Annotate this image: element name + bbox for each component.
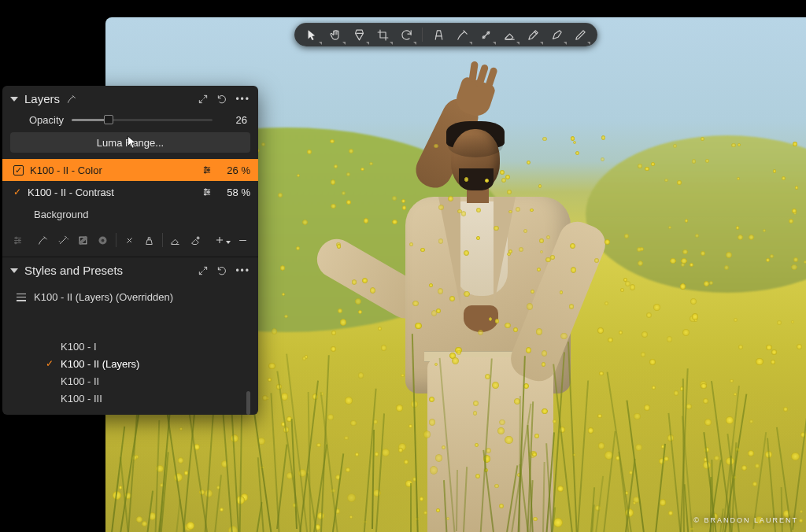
tool-brush[interactable]: [453, 25, 471, 44]
opacity-label: Opacity: [29, 114, 64, 126]
preset-item[interactable]: K100 - III: [45, 390, 258, 407]
tool-crop[interactable]: [373, 25, 392, 44]
magic-erase-icon[interactable]: [188, 232, 202, 248]
layer-opacity: 26 %: [219, 164, 250, 176]
reset-icon[interactable]: [216, 94, 227, 105]
clone-icon[interactable]: [142, 232, 156, 248]
preset-name: K100 - II (Layers): [61, 358, 139, 370]
more-icon[interactable]: •••: [235, 268, 250, 274]
disclosure-icon[interactable]: [10, 268, 18, 273]
styles-header: Styles and Presets •••: [2, 257, 258, 283]
expand-icon[interactable]: [198, 94, 209, 105]
photo-credit: © BRANDON LAURENT: [693, 516, 798, 524]
opacity-slider[interactable]: [72, 113, 213, 126]
styles-title: Styles and Presets: [24, 264, 123, 277]
scrollbar[interactable]: [246, 391, 250, 415]
applied-style-row[interactable]: K100 - II (Layers) (Overridden): [2, 283, 258, 308]
more-icon[interactable]: •••: [235, 96, 250, 102]
layer-checkbox[interactable]: [13, 165, 24, 175]
opacity-value: 26: [220, 114, 249, 126]
remove-layer-button[interactable]: [236, 232, 250, 248]
brush-edit-icon[interactable]: [66, 94, 77, 105]
preset-item[interactable]: ✓K100 - II (Layers): [45, 355, 258, 372]
gradient-radial-icon[interactable]: [96, 232, 110, 248]
check-icon: ✓: [45, 358, 54, 369]
check-icon[interactable]: ✓: [13, 187, 21, 198]
layer-name: K100 - II - Color: [30, 164, 195, 176]
svg-point-13: [102, 238, 105, 242]
layer-row[interactable]: ✓K100 - II - Contrast58 %: [2, 181, 258, 203]
brush-icon[interactable]: [35, 232, 50, 248]
add-layer-button[interactable]: [214, 235, 231, 246]
layer-row[interactable]: Background: [2, 203, 258, 225]
applied-style-label: K100 - II (Layers) (Overridden): [34, 291, 173, 303]
layer-list: K100 - II - Color26 %✓K100 - II - Contra…: [2, 159, 258, 225]
layer-name: K100 - II - Contrast: [28, 187, 195, 198]
opacity-control: Opacity 26: [2, 112, 258, 132]
tool-marker[interactable]: [547, 25, 566, 44]
layer-toolstrip: [2, 225, 258, 257]
tool-hand[interactable]: [326, 25, 345, 44]
list-icon: [17, 294, 26, 301]
preset-item[interactable]: K100 - II: [45, 372, 258, 390]
sliders-icon[interactable]: [202, 164, 213, 175]
top-toolbar: [294, 23, 597, 46]
tool-erase[interactable]: [500, 25, 519, 44]
tools-panel: Layers ••• Opacity 26 Luma Range... K100…: [2, 86, 258, 415]
preset-name: K100 - III: [61, 393, 102, 405]
layer-opacity: 58 %: [219, 187, 250, 198]
cursor-icon: [126, 135, 139, 150]
erase-icon[interactable]: [168, 232, 183, 248]
adjust-sliders-icon[interactable]: [10, 232, 24, 248]
luma-range-button[interactable]: Luma Range...: [10, 132, 250, 153]
heal-icon[interactable]: [122, 232, 136, 248]
tool-pointer[interactable]: [302, 25, 321, 44]
tool-keystone[interactable]: [429, 25, 448, 44]
tool-fill[interactable]: [349, 25, 368, 44]
disclosure-icon[interactable]: [10, 97, 18, 102]
preset-list: K100 - I✓K100 - II (Layers)K100 - IIK100…: [2, 331, 258, 415]
reset-icon[interactable]: [216, 265, 227, 276]
expand-icon[interactable]: [198, 265, 209, 276]
tool-rotate[interactable]: [397, 25, 416, 44]
tool-picker[interactable]: [523, 25, 542, 44]
preset-name: K100 - II: [61, 375, 99, 387]
layers-header: Layers •••: [2, 86, 258, 112]
tool-heal[interactable]: [476, 25, 495, 44]
layer-row[interactable]: K100 - II - Color26 %: [2, 159, 258, 181]
magic-brush-icon[interactable]: [56, 232, 70, 248]
preset-item[interactable]: K100 - I: [45, 338, 258, 355]
tool-pencil[interactable]: [571, 25, 590, 44]
preset-name: K100 - I: [61, 341, 97, 353]
layer-name: Background: [34, 209, 250, 220]
layers-title: Layers: [24, 92, 60, 105]
sliders-icon[interactable]: [202, 187, 213, 198]
gradient-linear-icon[interactable]: [76, 232, 90, 248]
